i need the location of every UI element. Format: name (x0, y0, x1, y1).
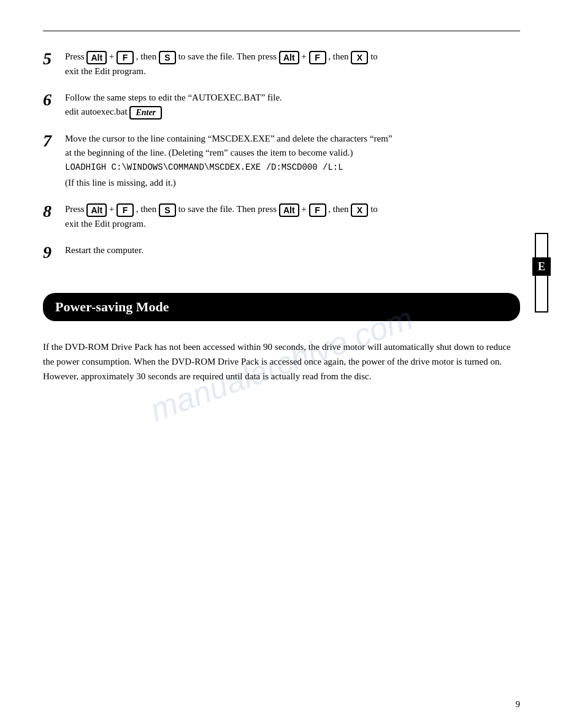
text: , then (136, 51, 159, 61)
text: + (301, 51, 306, 61)
text: , then (328, 51, 351, 61)
step-5-line-1: Press Alt + F , then S to save the file.… (65, 50, 520, 64)
step-7-line-1: Move the cursor to the line containing “… (65, 132, 520, 146)
sidebar-e: E (532, 233, 551, 313)
step-5-number: 5 (43, 50, 61, 78)
step-9-line-1: Restart the computer. (65, 243, 520, 257)
step-5: 5 Press Alt + F , then S to save the fil… (43, 50, 520, 78)
power-saving-header: Power-saving Mode (43, 293, 520, 321)
step-8-line-2: exit the Edit program. (65, 217, 520, 231)
step-5-line-2: exit the Edit program. (65, 64, 520, 78)
top-rule (43, 31, 520, 31)
alt-key-2: Alt (279, 51, 299, 64)
x-key-1: X (351, 51, 368, 64)
step-9-number: 9 (43, 243, 61, 262)
alt-key-3: Alt (86, 203, 107, 217)
text: to (370, 51, 378, 61)
step-8-number: 8 (43, 202, 61, 231)
text: + (109, 51, 114, 61)
step-8: 8 Press Alt + F , then S to save the fil… (43, 202, 520, 231)
page-container: 5 Press Alt + F , then S to save the fil… (0, 0, 563, 728)
step-9-content: Restart the computer. (65, 243, 520, 262)
step-7-number: 7 (43, 132, 61, 190)
power-saving-text: If the DVD-ROM Drive Pack has not been a… (43, 339, 520, 384)
s-key-2: S (159, 203, 176, 217)
step-9: 9 Restart the computer. (43, 243, 520, 262)
step-7-line-2: at the beginning of the line. (Deleting … (65, 146, 520, 160)
text: Press (65, 51, 86, 61)
text: to (370, 204, 378, 214)
f-key-4: F (309, 203, 326, 217)
step-8-content: Press Alt + F , then S to save the file.… (65, 202, 520, 231)
enter-key: Enter (129, 106, 162, 119)
step-8-line-1: Press Alt + F , then S to save the file.… (65, 202, 520, 217)
text: to save the file. Then press (178, 51, 279, 61)
f-key-2: F (309, 51, 326, 64)
bracket-bottom (535, 276, 548, 313)
step-6-line-1: Follow the same steps to edit the “AUTOE… (65, 91, 520, 105)
text: edit autoexec.bat (65, 107, 129, 116)
alt-key-1: Alt (86, 51, 107, 64)
text: + (109, 204, 114, 214)
step-6-content: Follow the same steps to edit the “AUTOE… (65, 91, 520, 119)
step-7: 7 Move the cursor to the line containing… (43, 132, 520, 190)
x-key-2: X (351, 203, 368, 217)
s-key-1: S (159, 51, 176, 64)
step-5-content: Press Alt + F , then S to save the file.… (65, 50, 520, 78)
text: , then (136, 204, 159, 214)
text: + (301, 204, 306, 214)
text: , then (328, 204, 351, 214)
step-6-line-2: edit autoexec.bat Enter (65, 105, 520, 119)
page-number: 9 (516, 699, 521, 710)
bracket-top (535, 233, 548, 257)
sidebar-e-label: E (532, 257, 551, 276)
step-7-content: Move the cursor to the line containing “… (65, 132, 520, 190)
alt-key-4: Alt (279, 203, 299, 217)
step-7-code: LOADHIGH C:\WINDOWS\COMMAND\MSCDEX.EXE /… (65, 161, 520, 175)
f-key-1: F (117, 51, 134, 64)
text: to save the file. Then press (178, 204, 279, 214)
step-6: 6 Follow the same steps to edit the “AUT… (43, 91, 520, 119)
step-6-number: 6 (43, 91, 61, 119)
step-7-line-4: (If this line is missing, add it.) (65, 176, 520, 190)
text: Press (65, 204, 86, 214)
f-key-3: F (117, 203, 134, 217)
